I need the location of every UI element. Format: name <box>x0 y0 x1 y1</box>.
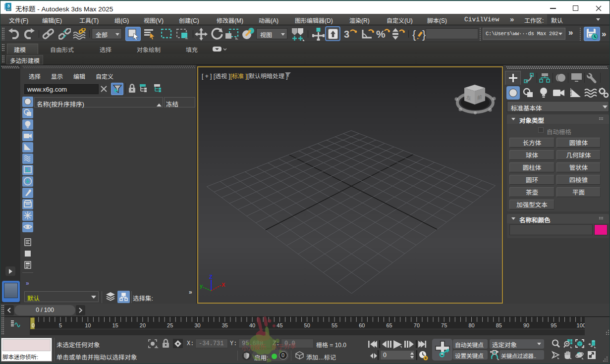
svg-text:60: 60 <box>359 322 365 328</box>
svg-text:小刀娱乐: 小刀娱乐 <box>241 342 267 353</box>
svg-text:3: 3 <box>344 29 349 40</box>
svg-text:85: 85 <box>496 322 502 328</box>
svg-text:y: y <box>200 283 203 289</box>
svg-text:70: 70 <box>414 322 420 328</box>
svg-text:Z: Z <box>209 274 213 280</box>
svg-text:X: X <box>222 282 225 288</box>
svg-text:前: 前 <box>477 94 482 101</box>
svg-text:{: { <box>412 28 416 41</box>
svg-text:15: 15 <box>112 322 118 328</box>
svg-text:35: 35 <box>222 322 228 328</box>
svg-text:左: 左 <box>466 95 471 101</box>
svg-text:10: 10 <box>85 322 91 328</box>
svg-text:30: 30 <box>194 322 200 328</box>
svg-text:%: % <box>376 28 386 40</box>
svg-text:3: 3 <box>7 3 10 8</box>
svg-text:MAX: MAX <box>6 9 11 11</box>
svg-text:75: 75 <box>441 322 447 328</box>
svg-text:55: 55 <box>332 322 337 328</box>
svg-text:25: 25 <box>167 322 173 328</box>
svg-text:5: 5 <box>59 322 62 328</box>
svg-text:95: 95 <box>551 322 556 328</box>
svg-text:65: 65 <box>386 322 392 328</box>
svg-text:100: 100 <box>577 322 585 328</box>
svg-text:90: 90 <box>523 322 529 328</box>
svg-text:80: 80 <box>468 322 474 328</box>
svg-text:乐于分享: 乐于分享 <box>271 341 296 352</box>
svg-text:20: 20 <box>140 322 146 328</box>
